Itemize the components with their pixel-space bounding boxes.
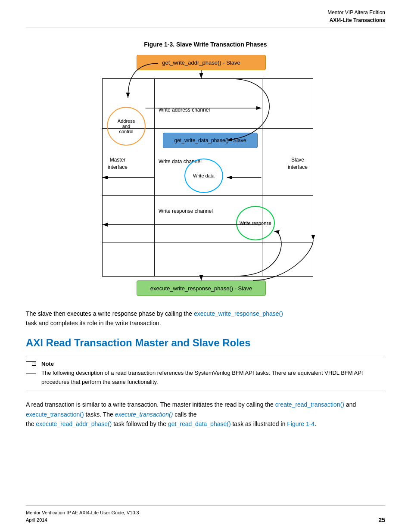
write-addr-ch-label: Write address channel	[159, 107, 210, 113]
v-divider-2	[262, 79, 262, 276]
note-title: Note	[41, 361, 385, 367]
body-text-2: A read transaction is similar to a write…	[26, 400, 385, 429]
document-icon	[26, 361, 36, 373]
bottom-box: execute_write_response_phase() - Slave	[137, 280, 266, 296]
v-divider-1	[154, 79, 155, 276]
note-icon	[26, 361, 41, 387]
write-data-oval: Write data	[184, 159, 223, 193]
slave-label: Slave interface	[285, 156, 311, 171]
execute-read-addr-phase-link[interactable]: execute_read_addr_phase()	[36, 420, 112, 427]
execute-transaction-link-2[interactable]: execute_transaction()	[115, 411, 173, 418]
footer-left: Mentor Verification IP AE AXI4-Lite User…	[26, 509, 139, 523]
execute-transaction-link-1[interactable]: execute_transaction()	[26, 411, 84, 418]
body-text-1: The slave then executes a write response…	[26, 309, 385, 328]
footer: Mentor Verification IP AE AXI4-Lite User…	[26, 505, 385, 523]
diagram: get_write_addr_phase() - Slave Write add…	[72, 55, 339, 296]
note-content: Note The following description of a read…	[41, 361, 385, 387]
master-label: Master interface	[105, 156, 131, 171]
page: Mentor VIP Altera Edition AXI4-Lite Tran…	[0, 0, 411, 532]
h-divider-2	[103, 195, 313, 196]
figure-container: Figure 1-3. Slave Write Transaction Phas…	[26, 41, 385, 296]
page-number: 25	[378, 516, 385, 523]
figure-title: Figure 1-3. Slave Write Transaction Phas…	[144, 41, 267, 48]
write-resp-ch-label: Write response channel	[159, 208, 213, 214]
top-box: get_write_addr_phase() - Slave	[137, 55, 266, 70]
execute-write-response-link[interactable]: execute_write_response_phase()	[194, 310, 283, 317]
header-line1: Mentor VIP Altera Edition	[327, 9, 385, 16]
footer-line1: Mentor Verification IP AE AXI4-Lite User…	[26, 509, 139, 516]
inner-diagram: Write address channel Write data channel…	[102, 78, 313, 277]
h-divider-3	[103, 243, 313, 243]
footer-line2: April 2014	[26, 516, 139, 524]
header-line2: AXI4-Lite Transactions	[327, 16, 385, 24]
note-text: The following description of a read tran…	[41, 369, 385, 387]
write-response-oval: Write response	[236, 206, 275, 240]
note-box: Note The following description of a read…	[26, 356, 385, 392]
section-heading: AXI Read Transaction Master and Slave Ro…	[26, 337, 385, 349]
addr-ctrl-oval: Address and control	[107, 107, 146, 146]
blue-box: get_write_data_phase() - Slave	[163, 133, 258, 148]
get-read-data-phase-link[interactable]: get_read_data_phase()	[168, 420, 231, 427]
header-text: Mentor VIP Altera Edition AXI4-Lite Tran…	[327, 9, 385, 24]
figure-1-4-link[interactable]: Figure 1-4	[287, 420, 314, 427]
page-header: Mentor VIP Altera Edition AXI4-Lite Tran…	[26, 9, 385, 28]
create-read-transaction-link[interactable]: create_read_transaction()	[275, 401, 344, 408]
